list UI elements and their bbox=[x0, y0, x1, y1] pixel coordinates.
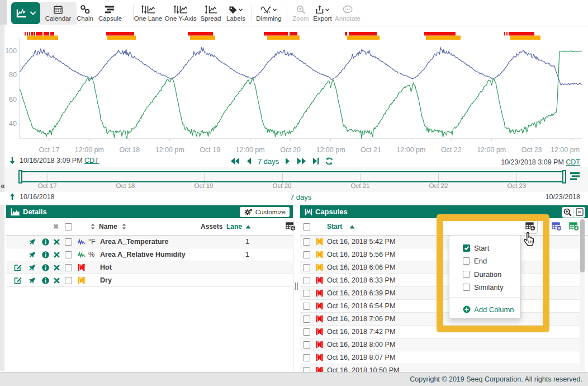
row-checkbox[interactable] bbox=[303, 351, 310, 364]
popup-item-duration[interactable]: Duration bbox=[463, 269, 501, 280]
row-checkbox[interactable] bbox=[303, 274, 310, 286]
toolbar-button-capsule[interactable]: Capsule bbox=[93, 2, 127, 25]
row-checkbox[interactable] bbox=[303, 326, 310, 338]
item-name[interactable]: Hot bbox=[100, 261, 112, 274]
timebar-right-handle[interactable] bbox=[562, 170, 566, 183]
item-name[interactable]: Area A_Temperature bbox=[100, 236, 169, 248]
step-back-full-icon[interactable] bbox=[230, 157, 240, 165]
add-column-menu-item[interactable]: Add Column bbox=[463, 304, 514, 315]
row-checkbox[interactable] bbox=[303, 261, 310, 274]
capsule-start-value: Oct 16, 2018 6:06 PM bbox=[327, 261, 396, 274]
range-duration[interactable]: 7 days bbox=[258, 157, 279, 166]
select-all-checkbox[interactable] bbox=[65, 218, 72, 235]
row-checkbox[interactable] bbox=[65, 261, 72, 274]
row-checkbox[interactable] bbox=[303, 248, 310, 261]
capsule-row[interactable]: Oct 16, 2018 6:33 PM bbox=[300, 274, 580, 287]
timezone-link[interactable]: CDT bbox=[84, 157, 99, 164]
capsules-select-all-checkbox[interactable] bbox=[303, 218, 310, 235]
rocket-icon[interactable] bbox=[29, 248, 36, 261]
info-icon[interactable] bbox=[42, 274, 49, 286]
remove-icon[interactable] bbox=[54, 248, 60, 261]
item-name[interactable]: Dry bbox=[100, 274, 112, 286]
checkbox-unchecked[interactable] bbox=[463, 257, 470, 265]
info-icon[interactable] bbox=[42, 236, 49, 248]
timezone-link-end[interactable]: CDT bbox=[566, 158, 580, 166]
remove-icon[interactable] bbox=[54, 236, 60, 248]
range-end-datetime[interactable]: 10/23/2018 3:09 PM CDT bbox=[501, 158, 580, 166]
edit-icon[interactable] bbox=[14, 274, 22, 286]
toolbar-button-labels[interactable]: Labels bbox=[221, 2, 251, 25]
popup-item-end[interactable]: End bbox=[463, 256, 487, 267]
capsule-row[interactable]: Oct 16, 2018 6:06 PM bbox=[300, 261, 580, 274]
row-checkbox[interactable] bbox=[303, 300, 310, 312]
zoom-to-capsule-icon[interactable] bbox=[562, 207, 573, 218]
checkbox-unchecked[interactable] bbox=[463, 271, 470, 278]
customize-button[interactable]: Customize bbox=[240, 207, 290, 217]
capsule-row[interactable]: Oct 16, 2018 7:42 PM bbox=[300, 326, 580, 338]
row-checkbox[interactable] bbox=[65, 248, 72, 261]
timebar-left-handle[interactable] bbox=[18, 170, 22, 183]
step-back-half-icon[interactable] bbox=[246, 157, 252, 165]
spread-icon bbox=[204, 4, 217, 15]
investigate-start-date[interactable]: 10/16/2018 bbox=[20, 193, 55, 201]
step-forward-half-icon[interactable] bbox=[285, 157, 291, 165]
investigate-duration[interactable]: 7 days bbox=[290, 193, 311, 201]
add-stat-column-icon[interactable] bbox=[552, 218, 562, 235]
trend-chart[interactable]: Oct 1712:00 pmOct 1812:00 pmOct 1912:00 … bbox=[0, 27, 588, 156]
edit-icon[interactable] bbox=[14, 261, 22, 274]
details-row-area-a-relative-humidity[interactable]: %Area A_Relative Humidity1 bbox=[6, 248, 293, 261]
rocket-icon[interactable] bbox=[29, 236, 36, 248]
info-icon[interactable] bbox=[42, 248, 49, 261]
capsule-row[interactable]: Oct 16, 2018 8:07 PM bbox=[300, 351, 580, 364]
step-forward-full-icon[interactable] bbox=[297, 157, 306, 165]
remove-icon[interactable] bbox=[54, 261, 60, 274]
row-checkbox[interactable] bbox=[303, 338, 310, 351]
details-add-column-icon[interactable] bbox=[286, 218, 296, 235]
add-property-column-icon[interactable] bbox=[569, 218, 580, 235]
rocket-icon[interactable] bbox=[29, 261, 36, 274]
row-checkbox[interactable] bbox=[65, 236, 72, 248]
checkbox-unchecked[interactable] bbox=[463, 284, 470, 291]
lane-sort-asc-icon[interactable] bbox=[245, 218, 251, 235]
info-icon[interactable] bbox=[42, 261, 49, 274]
row-checkbox[interactable] bbox=[303, 236, 310, 248]
capsule-row[interactable]: Oct 16, 2018 6:39 PM bbox=[300, 287, 580, 300]
name-column-header[interactable]: Name bbox=[99, 218, 117, 235]
collapse-panel-icon[interactable] bbox=[573, 207, 585, 218]
view-selector-button[interactable] bbox=[11, 2, 40, 24]
capsule-row[interactable]: Oct 16, 2018 5:56 PM bbox=[300, 248, 580, 261]
details-row-dry[interactable]: Dry bbox=[6, 274, 293, 287]
sort-toggle-icon-2[interactable] bbox=[122, 218, 126, 235]
sort-toggle-icon[interactable] bbox=[91, 218, 95, 235]
toolbar-button-dimming[interactable]: Dimming bbox=[252, 2, 286, 25]
refresh-icon[interactable] bbox=[325, 157, 333, 165]
remove-all-column-header[interactable]: ✖ bbox=[53, 218, 59, 235]
overview-timebar: Oct 17Oct 18Oct 19Oct 20Oct 21Oct 22Oct … bbox=[4, 167, 588, 192]
popup-item-similarity[interactable]: Similarity bbox=[463, 282, 504, 293]
capsules-scrollbar-thumb[interactable] bbox=[580, 219, 585, 272]
row-checkbox[interactable] bbox=[303, 287, 310, 299]
details-row-hot[interactable]: Hot bbox=[6, 261, 293, 274]
rocket-icon[interactable] bbox=[29, 274, 36, 286]
toolbar-label: One Y-Axis bbox=[165, 15, 197, 22]
assets-column-header[interactable]: Assets bbox=[201, 218, 222, 235]
lane-column-header[interactable]: Lane bbox=[226, 218, 242, 235]
start-column-header[interactable]: Start bbox=[327, 218, 342, 235]
popup-item-start[interactable]: Start bbox=[463, 242, 489, 253]
investigate-end-date[interactable]: 10/23/2018 bbox=[545, 193, 580, 201]
panel-splitter-grip[interactable] bbox=[295, 283, 298, 290]
item-name[interactable]: Area A_Relative Humidity bbox=[100, 248, 186, 261]
collapse-panel-chevron[interactable]: « bbox=[1, 181, 5, 190]
range-start-datetime[interactable]: 10/16/2018 3:09 PM CDT bbox=[20, 157, 99, 164]
checkbox-checked[interactable] bbox=[463, 244, 470, 252]
row-checkbox[interactable] bbox=[65, 274, 72, 286]
capsule-row[interactable]: Oct 16, 2018 8:00 PM bbox=[300, 338, 580, 351]
remove-icon[interactable] bbox=[54, 274, 60, 286]
step-to-now-icon[interactable] bbox=[312, 157, 319, 165]
capsule-time-icon[interactable] bbox=[570, 172, 580, 181]
capsule-row[interactable]: Oct 16, 2018 7:06 PM bbox=[300, 313, 580, 326]
start-sort-asc-icon[interactable] bbox=[349, 218, 355, 235]
capsule-row[interactable]: Oct 16, 2018 6:54 PM bbox=[300, 300, 580, 313]
details-row-area-a-temperature[interactable]: °FArea A_Temperature1 bbox=[6, 236, 293, 248]
row-checkbox[interactable] bbox=[303, 313, 310, 325]
